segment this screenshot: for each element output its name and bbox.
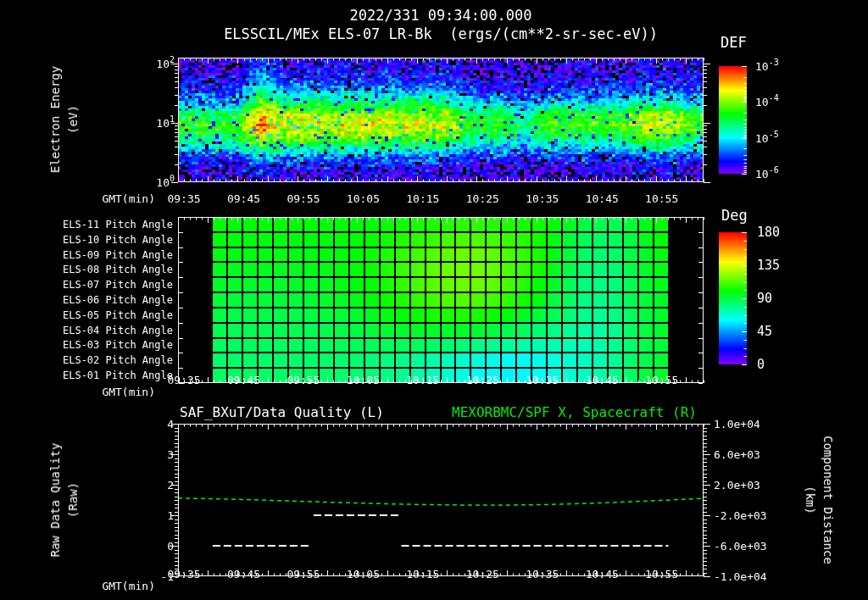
page-subtitle: ELSSCIL/MEx ELS-07 LR-Bk (ergs/(cm**2-sr… [178,25,704,42]
def-tick-label: 10-4 [755,94,779,108]
x-tick-label: 10:05 [347,568,380,581]
distance-tick-label: 2.0e+03 [714,479,760,492]
quality-tick-label: 0 [127,540,174,553]
gmt-axis-label-top: GMT(min) [85,192,155,205]
quality-tick-label: -1 [127,570,174,583]
x-tick-label: 10:05 [347,374,380,386]
x-tick-label: 10:45 [586,568,619,581]
deg-tick-label: 135 [757,258,780,273]
energy-axis-label-line1: Electron Energy [47,66,64,173]
pitch-row-label: ELS-06 Pitch Angle [54,294,173,306]
energy-tick-label: 100 [136,174,175,188]
x-tick-label: 10:35 [526,568,559,581]
x-tick-label: 09:45 [227,568,260,581]
x-tick-label: 10:25 [466,568,499,581]
energy-tick-label: 101 [136,114,175,129]
energy-tick-label: 102 [136,55,175,69]
x-tick-label: 09:55 [287,192,320,205]
x-tick-label: 09:55 [287,568,320,581]
distance-tick-label: -1.0e+04 [714,570,767,583]
x-tick-label: 10:55 [645,374,678,386]
pitch-row-label: ELS-08 Pitch Angle [54,264,173,275]
x-tick-label: 10:45 [586,374,619,386]
x-tick-label: 09:45 [227,374,260,386]
x-tick-label: 10:55 [645,568,678,581]
distance-axis-label-line1: Component Distance [819,436,837,564]
def-tick-label: 10-6 [755,165,779,180]
distance-tick-label: 1.0e+04 [714,418,760,431]
x-tick-label: 09:45 [227,192,260,205]
quality-tick-label: 4 [127,418,174,431]
gmt-axis-label-middle: GMT(min) [85,386,155,398]
pitch-row-label: ELS-04 Pitch Angle [54,325,173,336]
quality-tick-label: 3 [127,448,174,461]
deg-tick-label: 90 [757,291,772,306]
pitch-row-label: ELS-03 Pitch Angle [54,339,173,351]
x-tick-label: 10:35 [526,374,559,386]
x-tick-label: 10:15 [406,568,439,581]
colorbar-deg-title: Deg [721,207,748,224]
distance-tick-label: -6.0e+03 [714,540,767,553]
quality-tick-label: 1 [127,509,174,522]
deg-tick-label: 45 [757,324,772,339]
x-tick-label: 10:25 [466,374,499,386]
deg-tick-label: 180 [757,225,780,240]
energy-axis-label-line2: (eV) [64,66,82,173]
quality-axis-label-line2: (Raw) [64,443,82,558]
pitch-row-label: ELS-02 Pitch Angle [54,354,173,366]
x-tick-label: 09:55 [287,374,320,386]
distance-axis-label-line2: (km) [801,436,819,564]
plot-screen: 2022/331 09:34:00.000 ELSSCIL/MEx ELS-07… [0,0,868,600]
x-tick-label: 10:15 [406,192,439,205]
quality-axis-label: Raw Data Quality (Raw) [47,443,82,558]
timeseries-title-left: SAF_BXuT/Data Quality (L) [180,404,384,420]
x-tick-label: 10:45 [586,192,619,205]
x-tick-label: 10:05 [347,192,380,205]
distance-tick-label: -2.0e+03 [714,509,767,522]
energy-axis-label: Electron Energy (eV) [47,66,82,173]
distance-tick-label: 6.0e+03 [714,448,760,461]
x-tick-label: 10:35 [526,192,559,205]
x-tick-label: 09:35 [167,192,200,205]
pitch-row-label: ELS-09 Pitch Angle [54,249,173,261]
timeseries-title-right: MEXORBMC/SPF X, Spacecraft (R) [449,404,697,420]
pitch-row-label: ELS-10 Pitch Angle [54,234,173,246]
quality-tick-label: 2 [127,479,174,492]
quality-axis-label-line1: Raw Data Quality [47,443,64,558]
pitch-row-label: ELS-11 Pitch Angle [54,219,173,231]
pitch-row-label: ELS-07 Pitch Angle [54,279,173,291]
colorbar-def-title: DEF [721,34,747,51]
x-tick-label: 10:55 [645,192,678,205]
x-tick-label: 10:25 [466,192,499,205]
pitch-row-label: ELS-05 Pitch Angle [54,309,173,321]
def-tick-label: 10-3 [755,58,779,72]
distance-axis-label: Component Distance (km) [801,436,837,564]
page-title: 2022/331 09:34:00.000 [178,7,704,24]
def-tick-label: 10-5 [755,130,779,144]
x-tick-label: 10:15 [406,374,439,386]
pitch-row-label: ELS-01 Pitch Angle [54,369,173,381]
deg-tick-label: 0 [757,357,765,372]
